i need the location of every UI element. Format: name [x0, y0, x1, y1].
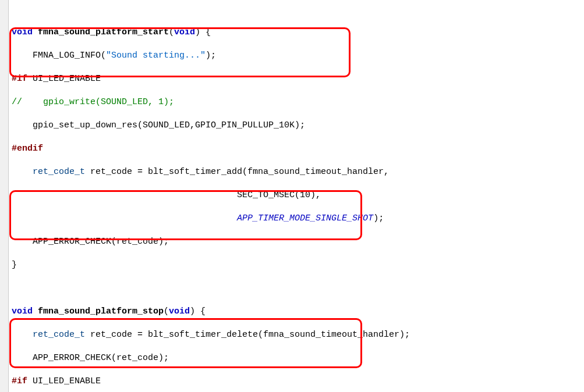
function-name: fmna_sound_platform_stop [33, 307, 164, 316]
text: UI_LED_ENABLE [27, 74, 101, 84]
code-block: void fmna_sound_platform_start(void) { F… [0, 0, 584, 392]
text: FMNA_LOG_INFO( [12, 51, 106, 60]
code-line: gpio_set_up_down_res(SOUND_LED,GPIO_PIN_… [12, 120, 584, 131]
indent [12, 167, 33, 177]
comment: // gpio_write(SOUND_LED, 1); [12, 97, 584, 108]
code-line: ret_code_t ret_code = blt_soft_timer_add… [12, 166, 584, 178]
type: ret_code_t [33, 167, 85, 177]
keyword: void [12, 307, 33, 316]
keyword: void [169, 307, 190, 316]
text: ret_code = blt_soft_timer_add(fmna_sound… [85, 167, 389, 177]
indent [12, 330, 33, 340]
blank-line [12, 283, 584, 294]
keyword: void [174, 27, 195, 37]
code-line: APP_ERROR_CHECK(ret_code); [12, 352, 584, 364]
paren: ( [164, 307, 169, 316]
type: ret_code_t [33, 330, 85, 340]
brace: ) { [190, 307, 206, 316]
function-name: fmna_sound_platform_start [33, 27, 169, 37]
keyword: void [12, 27, 33, 37]
text: ); [373, 213, 384, 223]
text: ); [206, 51, 216, 60]
code-line: ret_code_t ret_code = blt_soft_timer_del… [12, 329, 584, 341]
constant: APP_TIMER_MODE_SINGLE_SHOT [237, 213, 373, 223]
preproc: #if [12, 376, 27, 386]
brace: } [12, 259, 584, 271]
line-gutter [0, 0, 9, 392]
indent [12, 213, 237, 223]
brace: ) { [195, 27, 211, 37]
code-line: #if UI_LED_ENABLE [12, 376, 584, 387]
code-line: #if UI_LED_ENABLE [12, 73, 584, 85]
string: "Sound starting..." [106, 51, 206, 60]
text: UI_LED_ENABLE [27, 376, 101, 386]
code-line: void fmna_sound_platform_stop(void) { [12, 306, 584, 318]
text: ret_code = blt_soft_timer_delete(fmna_so… [85, 330, 410, 340]
code-line: void fmna_sound_platform_start(void) { [12, 27, 584, 38]
preproc: #endif [12, 143, 584, 155]
code-line: APP_TIMER_MODE_SINGLE_SHOT); [12, 213, 584, 224]
code-line: FMNA_LOG_INFO("Sound starting..."); [12, 50, 584, 62]
code-line: APP_ERROR_CHECK(ret_code); [12, 236, 584, 248]
paren: ( [169, 27, 174, 37]
code-line: SEC_TO_MSEC(10), [12, 190, 584, 201]
preproc: #if [12, 74, 27, 84]
